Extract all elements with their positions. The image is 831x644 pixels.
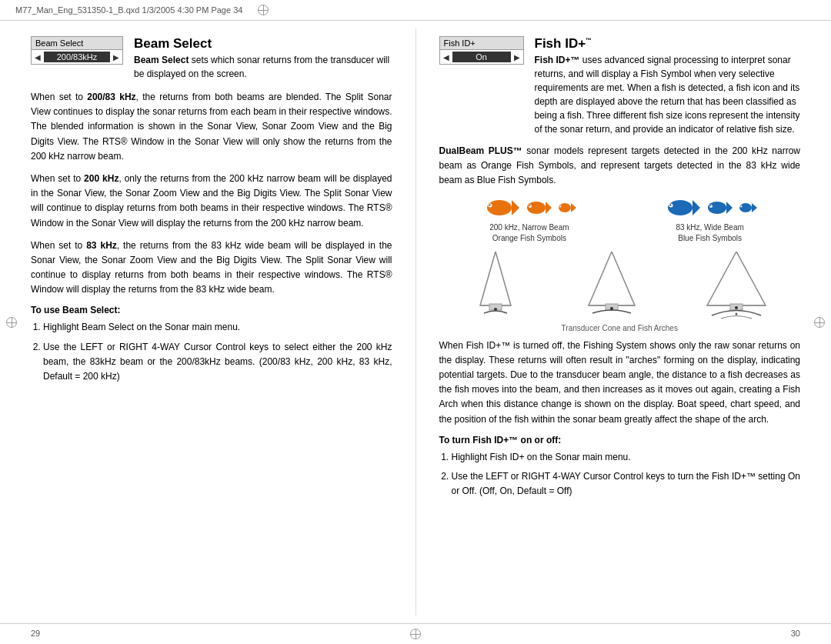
right-page-number: 30: [791, 629, 800, 639]
svg-marker-1: [512, 200, 519, 215]
fish-left-arrow-icon[interactable]: ◀: [443, 53, 449, 62]
main-content: Beam Select ◀ 200/83kHz ▶ Beam Select Be…: [0, 21, 831, 623]
svg-point-3: [489, 204, 490, 205]
beam-bold-3: 83 kHz: [86, 240, 117, 251]
blue-fish-large-icon: [663, 196, 700, 219]
beam-steps-list: Highlight Beam Select on the Sonar main …: [43, 320, 392, 384]
beam-select-value: 200/83kHz: [44, 52, 110, 62]
svg-point-16: [708, 202, 726, 214]
cone-3-icon: [706, 252, 767, 321]
svg-marker-17: [726, 202, 733, 214]
beam-select-title-group: Beam Select Beam Select sets which sonar…: [134, 36, 392, 82]
header-text: M77_Man_Eng_531350-1_B.qxd 1/3/2005 4:30…: [15, 5, 242, 15]
svg-point-0: [487, 200, 512, 215]
fish-id-widget-title: Fish ID+: [440, 37, 523, 50]
beam-para-2: When set to 200 kHz, only the returns fr…: [31, 172, 392, 231]
svg-marker-21: [752, 203, 757, 212]
beam-right-arrow-icon[interactable]: ▶: [113, 53, 119, 62]
fish-id-intro-rest: uses advanced signal processing to inter…: [535, 55, 800, 135]
beam-step-2: Use the LEFT or RIGHT 4-WAY Cursor Contr…: [43, 340, 392, 385]
fish-symbols-area: 200 kHz, Narrow BeamOrange Fish Symbols: [439, 196, 801, 244]
svg-marker-32: [707, 252, 766, 305]
beam-para-3: When set to 83 kHz, the returns from the…: [31, 239, 392, 298]
cone-2-icon: [585, 252, 639, 321]
fish-id-intro: Fish ID+™ uses advanced signal processin…: [535, 53, 801, 136]
left-margin-crosshair: [6, 317, 17, 328]
fish-right-arrow-icon[interactable]: ▶: [514, 53, 520, 62]
left-page-number: 29: [31, 629, 40, 639]
beam-para-1: When set to 200/83 kHz, the returns from…: [31, 90, 392, 164]
cone-item-1: [472, 252, 519, 321]
beam-select-widget: Beam Select ◀ 200/83kHz ▶: [31, 36, 123, 65]
blue-fish-label: 83 kHz, Wide BeamBlue Fish Symbols: [676, 222, 743, 244]
fish-id-title-group: Fish ID+™ Fish ID+™ uses advanced signal…: [535, 36, 801, 138]
cone-item-3: [706, 252, 767, 321]
beam-bold-1: 200/83 kHz: [87, 92, 135, 102]
fish-id-widget: Fish ID+ ◀ On ▶: [439, 36, 524, 65]
fish-id-value: On: [452, 52, 511, 62]
beam-step-1: Highlight Beam Select on the Sonar main …: [43, 320, 392, 335]
orange-fish-medium-icon: [524, 199, 552, 217]
beam-select-intro-bold: Beam Select: [134, 55, 189, 65]
beam-select-control: ◀ 200/83kHz ▶: [32, 50, 122, 64]
cone-1-icon: [472, 252, 519, 321]
fish-step-2: Use the LEFT or RIGHT 4-WAY Cursor Contr…: [452, 469, 801, 499]
orange-fish-row: [482, 196, 576, 219]
blue-fish-group: 83 kHz, Wide BeamBlue Fish Symbols: [663, 196, 757, 244]
svg-point-27: [494, 308, 497, 311]
left-page: Beam Select ◀ 200/83kHz ▶ Beam Select Be…: [0, 28, 416, 616]
cone-item-2: [585, 252, 639, 321]
beam-subsection-title: To use Beam Select:: [31, 305, 392, 315]
svg-marker-13: [692, 200, 700, 215]
beam-bold-2: 200 kHz: [84, 173, 118, 184]
orange-fish-large-icon: [482, 196, 519, 219]
beam-select-widget-title: Beam Select: [32, 37, 122, 50]
svg-point-23: [740, 205, 741, 206]
beam-select-intro: Beam Select sets which sonar returns fro…: [134, 53, 392, 81]
fish-id-control: ◀ On ▶: [440, 50, 523, 64]
dualbeam-para: DualBeam PLUS™ sonar models represent ta…: [439, 144, 801, 189]
svg-point-19: [709, 205, 711, 206]
right-page: Fish ID+ ◀ On ▶ Fish ID+™ Fish ID+™ uses…: [416, 28, 832, 616]
blue-fish-row: [663, 196, 757, 219]
fish-id-tm: ™: [586, 37, 592, 44]
svg-marker-24: [480, 252, 511, 305]
orange-fish-small-icon: [556, 201, 576, 215]
fish-id-intro-bold: Fish ID+™: [535, 55, 580, 65]
page-header: M77_Man_Eng_531350-1_B.qxd 1/3/2005 4:30…: [0, 0, 831, 21]
fish-id-header: Fish ID+ ◀ On ▶ Fish ID+™ Fish ID+™ uses…: [439, 36, 801, 138]
svg-marker-9: [571, 203, 576, 212]
fish-id-subsection-title: To turn Fish ID+™ on or off:: [439, 435, 801, 445]
svg-marker-28: [589, 252, 635, 305]
page-footer: 29 30: [0, 623, 831, 644]
beam-left-arrow-icon[interactable]: ◀: [35, 53, 41, 62]
fish-off-para: When Fish ID+™ is turned off, the Fishin…: [439, 339, 801, 427]
cones-caption: Transducer Cone and Fish Arches: [439, 324, 801, 332]
fish-step-1: Highlight Fish ID+ on the Sonar main men…: [452, 450, 801, 465]
fish-id-title: Fish ID+™: [535, 36, 801, 52]
svg-point-36: [735, 312, 737, 315]
svg-point-8: [559, 203, 571, 212]
page-container: M77_Man_Eng_531350-1_B.qxd 1/3/2005 4:30…: [0, 0, 831, 644]
svg-marker-5: [546, 202, 552, 214]
svg-point-35: [735, 306, 738, 309]
svg-point-4: [527, 202, 546, 214]
fish-id-steps-list: Highlight Fish ID+ on the Sonar main men…: [452, 450, 801, 499]
dualbeam-bold: DualBeam PLUS™: [439, 145, 522, 156]
blue-fish-small-icon: [737, 201, 757, 215]
svg-point-12: [668, 200, 692, 215]
beam-select-header: Beam Select ◀ 200/83kHz ▶ Beam Select Be…: [31, 36, 392, 82]
cones-area: [439, 252, 801, 321]
svg-point-31: [610, 307, 613, 310]
orange-fish-group: 200 kHz, Narrow BeamOrange Fish Symbols: [482, 196, 576, 244]
beam-select-title: Beam Select: [134, 36, 392, 52]
header-crosshair-icon: [258, 5, 269, 15]
blue-fish-medium-icon: [705, 199, 733, 217]
orange-fish-label: 200 kHz, Narrow BeamOrange Fish Symbols: [489, 222, 569, 244]
svg-point-7: [529, 205, 531, 206]
svg-point-15: [669, 204, 671, 205]
svg-point-20: [739, 203, 752, 212]
right-margin-crosshair: [814, 317, 825, 328]
footer-crosshair-icon: [410, 629, 421, 639]
svg-point-11: [559, 205, 560, 206]
